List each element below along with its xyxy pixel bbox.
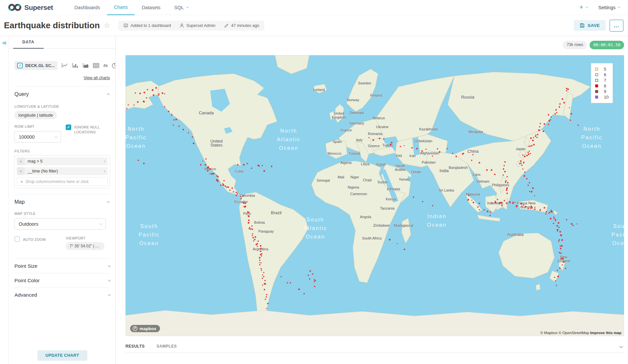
improve-map-link[interactable]: Improve this map	[590, 331, 621, 335]
chart-area: 73k rows 00:00:01.50	[116, 36, 628, 364]
section-advanced[interactable]: Advanced	[14, 287, 110, 302]
filter-chip[interactable]: ×__time (No filter)	[17, 167, 108, 175]
earthquake-point	[555, 220, 556, 221]
mapbox-logo[interactable]: mapbox	[130, 325, 160, 332]
superset-infinity-icon	[8, 3, 22, 12]
dashboards-badge[interactable]: Added to 1 dashboard	[123, 23, 171, 28]
new-item-button[interactable]: +	[579, 4, 587, 11]
mapbox-logo-label: mapbox	[140, 326, 156, 331]
map-style-label: MAP STYLE	[14, 212, 110, 216]
earthquake-point	[561, 245, 563, 247]
results-collapse-button[interactable]	[619, 343, 622, 349]
earthquake-point	[558, 227, 560, 228]
brand-name: Superset	[24, 4, 53, 11]
earthquake-point	[556, 285, 557, 286]
remove-filter-icon[interactable]: ×	[17, 167, 25, 175]
lonlat-value-chip[interactable]: longitude | latitude	[14, 111, 57, 119]
dashboards-badge-label: Added to 1 dashboard	[131, 23, 171, 28]
filter-chip[interactable]: ×mag > 5	[17, 157, 108, 165]
earthquake-point	[550, 116, 552, 118]
auto-zoom-checkbox[interactable]	[14, 236, 20, 242]
results-tab-samples[interactable]: SAMPLES	[157, 344, 177, 349]
viz-4k-option[interactable]: 4k	[103, 63, 108, 68]
more-actions-button[interactable]: ...	[610, 20, 623, 32]
remove-filter-icon[interactable]: ×	[17, 157, 25, 165]
area-chart-icon[interactable]	[82, 63, 89, 68]
earthquake-point	[211, 173, 213, 175]
viz-type-selected[interactable]: ✓ DECK.GL SC...	[14, 61, 57, 70]
save-button[interactable]: SAVE	[574, 20, 606, 31]
earthquake-point	[128, 104, 129, 105]
legend-item: 10	[595, 94, 609, 100]
legend-swatch	[595, 68, 598, 71]
drop-columns-target[interactable]: + Drop columns/metrics here or click	[17, 177, 108, 186]
earthquake-point	[521, 206, 523, 208]
collapse-panel-icon[interactable]	[2, 41, 7, 45]
section-point-color[interactable]: Point Color	[14, 273, 110, 287]
section-label: Point Size	[14, 263, 37, 269]
nav-item-dashboards[interactable]: Dashboards	[67, 0, 107, 15]
earthquake-point	[532, 187, 534, 189]
earthquake-point	[519, 163, 520, 164]
earthquake-point	[312, 273, 313, 275]
earthquake-point	[207, 170, 209, 172]
owner-badge[interactable]: Superset Admin	[180, 23, 215, 28]
results-tab-results[interactable]: RESULTS	[125, 344, 145, 349]
nav-item-datasets[interactable]: Datasets	[135, 0, 167, 15]
earthquake-point	[557, 276, 559, 277]
earthquake-point	[549, 120, 550, 122]
query-section-header[interactable]: Query	[14, 91, 110, 97]
section-point-size[interactable]: Point Size	[14, 259, 110, 273]
deckgl-map[interactable]: North Pacific OceanNorth Atlantic OceanN…	[125, 55, 624, 336]
earthquake-point	[572, 225, 574, 226]
earthquake-point	[143, 163, 145, 164]
map-style-select[interactable]: Outdoors	[14, 218, 106, 230]
favorite-star-icon[interactable]: ☆	[104, 21, 110, 30]
bar-chart-icon[interactable]	[72, 63, 78, 68]
tab-data[interactable]: DATA	[13, 36, 44, 49]
earthquake-point	[462, 153, 464, 154]
page-title: Earthquake distribution	[4, 20, 100, 31]
legend-swatch	[595, 90, 598, 93]
earthquake-point	[507, 182, 509, 184]
auto-zoom-checkbox-row[interactable]: AUTO ZOOM	[14, 236, 64, 242]
chevron-down-icon	[55, 135, 58, 138]
nav-item-charts[interactable]: Charts	[107, 0, 135, 15]
legend-item: 6	[595, 72, 609, 78]
nav-item-sql[interactable]: SQL	[168, 0, 195, 15]
earthquake-point	[477, 206, 479, 208]
update-chart-button[interactable]: UPDATE CHART	[37, 350, 87, 361]
pie-chart-icon[interactable]	[112, 63, 115, 69]
filters-box: ×mag > 5×__time (No filter) + Drop colum…	[14, 155, 110, 188]
row-limit-label: ROW LIMIT	[14, 125, 64, 128]
earthquake-point	[559, 252, 560, 254]
last-modified-badge[interactable]: 47 minutes ago	[224, 23, 259, 28]
row-limit-select[interactable]: 100000	[14, 131, 61, 143]
earthquake-point	[422, 201, 423, 202]
earthquake-point	[126, 108, 127, 109]
line-chart-icon[interactable]	[61, 63, 68, 68]
chevron-down-icon	[586, 6, 588, 8]
legend-value: 9	[604, 89, 606, 94]
table-icon[interactable]	[93, 63, 99, 68]
view-all-charts-link[interactable]: View all charts	[84, 76, 110, 80]
earthquake-point	[264, 289, 265, 290]
viewport-value-chip[interactable]: 7° 35' 54.02" | 3...	[66, 242, 104, 250]
plus-icon: +	[579, 4, 583, 11]
viz-selected-checkbox[interactable]: ✓	[17, 63, 23, 68]
panel-tab-bar: DATA	[9, 36, 115, 49]
map-section-header[interactable]: Map	[14, 199, 110, 205]
ignore-null-checkbox[interactable]: ✓	[66, 125, 71, 130]
earthquake-point	[259, 260, 260, 261]
superset-logo[interactable]: Superset	[8, 3, 53, 12]
ignore-null-checkbox-row[interactable]: ✓ IGNORE NULL LOCATIONS	[66, 125, 110, 135]
earthquake-point	[491, 169, 492, 171]
earthquake-point	[421, 150, 423, 152]
earthquake-point	[266, 294, 267, 295]
settings-menu[interactable]: Settings	[598, 5, 619, 10]
earthquake-point	[242, 195, 244, 196]
earthquake-point	[248, 212, 250, 213]
earthquake-point	[260, 251, 261, 252]
earthquake-point	[287, 282, 288, 284]
earthquake-point	[456, 156, 457, 157]
